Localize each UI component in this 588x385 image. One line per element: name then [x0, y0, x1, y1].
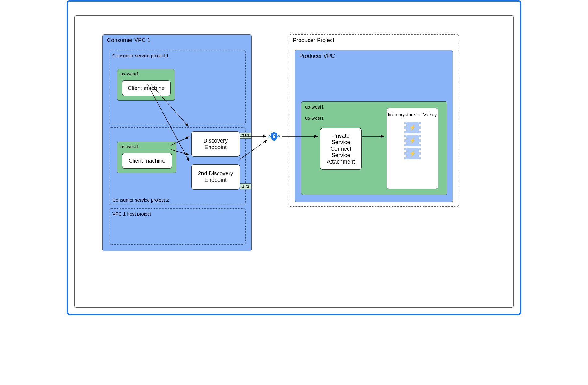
consumer-service-project-1: Consumer service project 1 us-west1 Clie…: [109, 50, 246, 124]
svg-point-0: [269, 136, 270, 137]
producer-project: Producer Project Producer VPC us-west1 u…: [288, 34, 459, 207]
diagram-inner: Consumer VPC 1 Consumer service project …: [74, 15, 514, 308]
memorystore-valkey: Memorystore for Valkey ⚡ ⚡ ⚡: [387, 108, 438, 189]
client-machine-1: Client machine: [122, 80, 171, 96]
host-label: VPC 1 host project: [112, 211, 151, 216]
region-green-2: us-west1 Client machine: [117, 142, 176, 173]
svg-rect-4: [273, 136, 275, 138]
producer-vpc-label: Producer VPC: [299, 53, 335, 59]
producer-region: us-west1 us-west1 Private Service Connec…: [301, 101, 447, 195]
region-green-1: us-west1 Client machine: [117, 69, 175, 101]
vpc-host-project: VPC 1 host project: [109, 208, 246, 245]
ip2-tag: IP2: [240, 183, 251, 189]
proj1-label: Consumer service project 1: [112, 53, 169, 58]
consumer-vpc-label: Consumer VPC 1: [107, 37, 150, 44]
memory-chip-icon: ⚡: [406, 122, 419, 133]
producer-project-label: Producer Project: [293, 37, 334, 44]
client-machine-2: Client machine: [122, 153, 172, 169]
diagram-canvas: Google Cloud Consumer VPC 1 Consumer ser…: [67, 0, 521, 315]
ip1-tag: IP1: [240, 133, 251, 139]
memorystore-label: Memorystore for Valkey: [387, 112, 438, 117]
svg-point-1: [278, 136, 280, 137]
region2-label: us-west1: [120, 144, 139, 149]
consumer-vpc: Consumer VPC 1 Consumer service project …: [102, 34, 252, 251]
memory-chip-icon: ⚡: [406, 135, 419, 146]
shield-lock-icon: [268, 130, 280, 143]
consumer-service-project-2: Consumer service project 2 us-west1 Clie…: [109, 127, 246, 205]
psc-service-attachment: Private Service Connect Service Attachme…: [320, 128, 362, 170]
producer-region-inner-label: us-west1: [305, 115, 324, 121]
proj2-label: Consumer service project 2: [112, 197, 169, 203]
discovery-endpoint: Discovery Endpoint: [191, 131, 240, 157]
google-cloud-logo: Google Cloud: [74, 3, 117, 11]
memory-chip-icon: ⚡: [406, 148, 419, 159]
discovery-endpoint-2: 2nd Discovery Endpoint: [191, 164, 240, 190]
producer-vpc: Producer VPC us-west1 us-west1 Private S…: [295, 50, 453, 202]
region1-label: us-west1: [120, 71, 139, 76]
producer-region-label: us-west1: [305, 104, 324, 109]
